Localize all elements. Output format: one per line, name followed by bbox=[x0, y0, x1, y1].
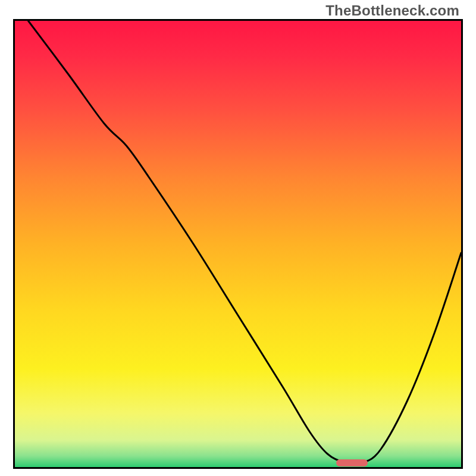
plot-area bbox=[15, 21, 461, 467]
optimum-marker bbox=[336, 459, 368, 466]
background-gradient bbox=[15, 21, 461, 467]
watermark-text: TheBottleneck.com bbox=[325, 2, 459, 19]
plot-frame bbox=[13, 19, 463, 469]
svg-rect-0 bbox=[15, 21, 461, 467]
chart-container: TheBottleneck.com bbox=[0, 0, 476, 476]
